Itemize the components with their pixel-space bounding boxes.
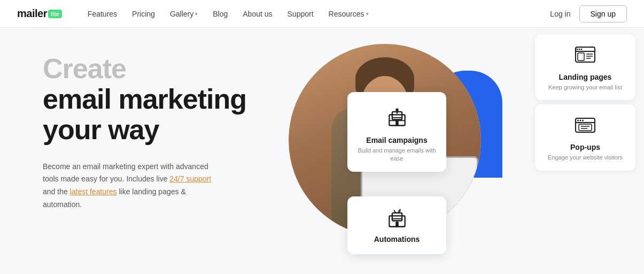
header: mailerlite Features Pricing Gallery ▾ Bl…: [0, 0, 644, 28]
main-nav: Features Pricing Gallery ▾ Blog About us…: [88, 10, 550, 18]
popups-card: Pop-ups Engage your website visitors: [535, 104, 635, 170]
landing-pages-icon: [572, 43, 598, 68]
svg-point-23: [580, 120, 581, 121]
nav-blog[interactable]: Blog: [213, 10, 228, 18]
automations-icon: [384, 205, 410, 231]
svg-rect-25: [579, 124, 592, 131]
hero-desc-link1[interactable]: 24/7 support: [169, 174, 211, 183]
right-feature-cards: Landing pages Keep growing your email li…: [526, 28, 644, 177]
svg-point-18: [579, 49, 580, 50]
automations-title: Automations: [374, 235, 420, 243]
gallery-chevron-icon: ▾: [195, 11, 198, 17]
logo[interactable]: mailerlite: [17, 7, 62, 20]
svg-rect-6: [395, 120, 399, 125]
nav-pricing[interactable]: Pricing: [132, 10, 155, 18]
nav-about[interactable]: About us: [243, 10, 272, 18]
popups-title: Pop-ups: [570, 143, 600, 151]
svg-point-2: [395, 108, 399, 111]
hero-title-create: Create: [43, 54, 278, 84]
landing-pages-card: Landing pages Keep growing your email li…: [535, 34, 635, 100]
nav-gallery[interactable]: Gallery ▾: [170, 10, 198, 18]
svg-point-19: [581, 49, 583, 50]
svg-point-24: [582, 120, 584, 121]
hero-description: Become an email marketing expert with ad…: [43, 161, 224, 211]
landing-pages-desc: Keep growing your email list: [548, 83, 622, 92]
svg-rect-8: [392, 213, 401, 221]
landing-pages-title: Landing pages: [559, 73, 612, 81]
email-campaigns-icon: [383, 103, 411, 131]
nav-resources[interactable]: Resources ▾: [329, 10, 369, 18]
email-campaigns-title: Email campaigns: [366, 136, 427, 144]
logo-lite-badge: lite: [48, 10, 62, 18]
email-campaigns-desc: Build and manage emails with ease: [356, 147, 438, 163]
hero-desc-link2[interactable]: latest features: [70, 187, 117, 196]
header-actions: Log in Sign up: [550, 5, 627, 22]
logo-mailer-text: mailer: [17, 7, 47, 20]
hero-desc-text2: and the: [43, 187, 70, 196]
automations-card: Automations: [347, 196, 446, 254]
svg-point-22: [577, 120, 579, 121]
popups-icon: [572, 113, 598, 139]
svg-rect-11: [576, 47, 595, 62]
signup-button[interactable]: Sign up: [579, 5, 627, 22]
login-button[interactable]: Log in: [550, 10, 570, 18]
center-illustration: Email campaigns Build and manage emails …: [262, 28, 508, 274]
email-campaigns-card: Email campaigns Build and manage emails …: [347, 92, 446, 172]
hero-title-line2: email marketing: [43, 84, 278, 115]
popups-desc: Engage your website visitors: [548, 154, 623, 162]
main-content: Create email marketing your way Become a…: [0, 28, 644, 274]
resources-chevron-icon: ▾: [366, 11, 369, 17]
nav-features[interactable]: Features: [88, 10, 117, 18]
hero-title-line3: your way: [43, 115, 278, 145]
svg-point-17: [577, 49, 578, 50]
svg-rect-10: [395, 222, 399, 226]
svg-rect-13: [578, 53, 584, 60]
nav-support[interactable]: Support: [288, 10, 314, 18]
hero-section: Create email marketing your way Become a…: [0, 28, 278, 274]
